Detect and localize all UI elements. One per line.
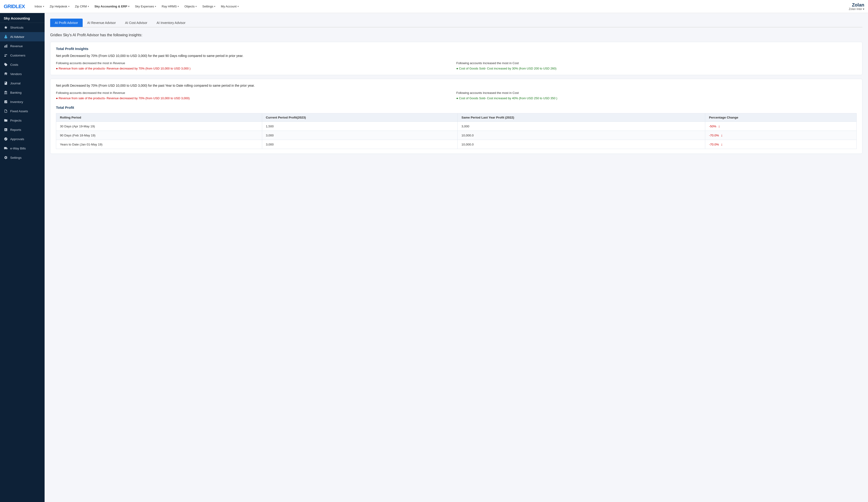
sidebar-item-fixed-assets[interactable]: Fixed Assets: [0, 107, 44, 116]
pct-cell-2: -70.0% ↓: [709, 142, 853, 147]
insight-card-2-col-right: Following accounts Increased the most in…: [456, 91, 857, 100]
tab-ai-revenue[interactable]: AI Revenue Advisor: [83, 19, 121, 27]
profit-table-body: 30 Days (Apr 19-May 19) 1,500 3,000 -50%…: [56, 122, 857, 149]
sidebar-item-projects[interactable]: Projects: [0, 116, 44, 125]
sidebar-item-reports[interactable]: Reports: [0, 125, 44, 134]
row-0-period: 30 Days (Apr 19-May 19): [56, 122, 262, 131]
sidebar-label-customers: Customers: [10, 54, 25, 57]
insight-card-2-main-text: Net profit Decreased by 70% (From USD 10…: [56, 84, 857, 87]
sidebar-item-approvals[interactable]: Approvals: [0, 134, 44, 144]
sidebar: Sky Accounting Shortcuts AI Advisor Reve…: [0, 13, 44, 502]
svg-point-7: [4, 54, 6, 55]
nav-my-account[interactable]: My Account ▾: [218, 3, 241, 10]
sidebar-item-inventory[interactable]: Inventory: [0, 97, 44, 107]
col-header-last-year-profit: Same Period Last Year Profit (2022): [458, 113, 705, 122]
logo-accent: X: [22, 3, 25, 9]
arrow-down-icon-1: ↓: [721, 133, 723, 137]
row-2-pct: -70.0% ↓: [705, 140, 857, 149]
nav-zip-crm[interactable]: Zip CRM ▾: [73, 3, 91, 10]
insight-card-1-col-right: Following accounts Increased the most in…: [456, 61, 857, 70]
top-nav: GRIDLEX Inbox ▾ Zip Helpdesk ▾ Zip CRM ▾…: [0, 0, 868, 13]
pct-cell-0: -50% ↓: [709, 124, 853, 128]
box-icon: [4, 100, 8, 104]
insight-card-2-columns: Following accounts decreased the most in…: [56, 91, 857, 100]
insight-card-2-col-right-bullet: ● Cost of Goods Sold- Cost increased by …: [456, 97, 857, 100]
star-icon: [4, 25, 8, 30]
sidebar-item-settings[interactable]: Settings: [0, 153, 44, 162]
arrow-down-icon-0: ↓: [718, 124, 720, 128]
robot-icon: [4, 34, 8, 39]
sidebar-item-customers[interactable]: Customers: [0, 51, 44, 60]
profit-table-header-row: Rolling Period Current Period Profit(202…: [56, 113, 857, 122]
tab-ai-cost[interactable]: AI Cost Advisor: [121, 19, 152, 27]
nav-sky-accounting[interactable]: Sky Accounting & ERP ▾: [92, 3, 132, 10]
nav-objects[interactable]: Objects ▾: [182, 3, 199, 10]
check-circle-icon: [4, 137, 8, 141]
nav-inbox[interactable]: Inbox ▾: [32, 3, 46, 10]
sidebar-label-journal: Journal: [10, 82, 20, 85]
row-1-pct: -70.0% ↓: [705, 131, 857, 140]
sidebar-label-inventory: Inventory: [10, 100, 23, 104]
table-row: Years to Date (Jan 01-May 19) 3,000 10,0…: [56, 140, 857, 149]
insight-card-1-title: Total Profit Insights: [56, 47, 857, 51]
sidebar-brand: Sky Accounting: [0, 13, 44, 23]
file-alt-icon: [4, 109, 8, 113]
insight-card-2-col-left-bullet: ● Revenue from sale of the products- Rev…: [56, 97, 456, 100]
logo[interactable]: GRIDLEX: [4, 3, 25, 10]
profit-table-section: Total Profit Rolling Period Current Peri…: [56, 106, 857, 149]
insight-card-1-main-text: Net profit Decreased by 70% (From USD 10…: [56, 54, 857, 58]
pct-value-0: -50%: [709, 124, 716, 128]
svg-rect-4: [4, 46, 5, 48]
arrow-down-icon-2: ↓: [721, 142, 723, 147]
insight-card-2-col-left-title: Following accounts decreased the most in…: [56, 91, 456, 94]
nav-settings[interactable]: Settings ▾: [200, 3, 218, 10]
insight-card-1-col-right-title: Following accounts Increased the most in…: [456, 61, 857, 65]
svg-rect-6: [7, 44, 7, 48]
nav-sky-expenses[interactable]: Sky Expenses ▾: [133, 3, 158, 10]
row-1-last-year: 10,000.0: [458, 131, 705, 140]
svg-point-3: [6, 37, 7, 38]
sidebar-item-journal[interactable]: Journal: [0, 79, 44, 88]
sidebar-item-banking[interactable]: Banking: [0, 88, 44, 97]
col-header-current-profit: Current Period Profit(2023): [262, 113, 457, 122]
nav-ray-hrms[interactable]: Ray HRMS ▾: [159, 3, 181, 10]
col-header-pct-change: Percentage Change: [705, 113, 857, 122]
user-sub[interactable]: Zolan Inter ▾: [849, 8, 864, 11]
svg-point-2: [5, 37, 6, 38]
tab-ai-profit[interactable]: AI Profit Advisor: [50, 19, 83, 27]
tab-bar: AI Profit Advisor AI Revenue Advisor AI …: [50, 19, 862, 28]
sidebar-item-eway-bills[interactable]: e-Way Bills: [0, 144, 44, 153]
book-icon: [4, 81, 8, 85]
insight-card-1: Total Profit Insights Net profit Decreas…: [50, 42, 862, 75]
page-intro-text: Gridlex Sky's AI Profit Advisor has the …: [50, 33, 862, 37]
sidebar-label-ai-advisor: AI Advisor: [10, 35, 24, 39]
main-content: AI Profit Advisor AI Revenue Advisor AI …: [44, 13, 868, 502]
user-name: Zolan: [852, 2, 864, 8]
svg-point-8: [6, 54, 7, 55]
sidebar-label-costs: Costs: [10, 63, 18, 67]
row-2-last-year: 10,000.0: [458, 140, 705, 149]
table-row: 90 Days (Feb 18-May 19) 3,000 10,000.0 -…: [56, 131, 857, 140]
sidebar-label-vendors: Vendors: [10, 72, 22, 76]
sidebar-item-vendors[interactable]: Vendors: [0, 69, 44, 79]
chart-bar-icon: [4, 44, 8, 48]
svg-rect-5: [6, 45, 6, 48]
nav-zip-helpdesk[interactable]: Zip Helpdesk ▾: [48, 3, 72, 10]
pct-value-1: -70.0%: [709, 134, 719, 137]
tab-ai-inventory[interactable]: AI Inventory Advisor: [152, 19, 190, 27]
insight-card-1-columns: Following accounts decreased the most in…: [56, 61, 857, 70]
nav-user: Zolan Zolan Inter ▾: [849, 2, 864, 11]
profit-table-head: Rolling Period Current Period Profit(202…: [56, 113, 857, 122]
sidebar-item-shortcuts[interactable]: Shortcuts: [0, 23, 44, 32]
sidebar-item-ai-advisor[interactable]: AI Advisor: [0, 32, 44, 41]
row-2-period: Years to Date (Jan 01-May 19): [56, 140, 262, 149]
profit-table-title: Total Profit: [56, 106, 857, 109]
sidebar-label-fixed-assets: Fixed Assets: [10, 109, 28, 113]
users-icon: [4, 53, 8, 57]
nav-items: Inbox ▾ Zip Helpdesk ▾ Zip CRM ▾ Sky Acc…: [32, 3, 849, 10]
gear-icon: [4, 155, 8, 160]
sidebar-item-costs[interactable]: Costs: [0, 60, 44, 69]
sidebar-label-eway-bills: e-Way Bills: [10, 147, 26, 150]
row-0-current: 1,500: [262, 122, 457, 131]
sidebar-item-revenue[interactable]: Revenue: [0, 41, 44, 51]
